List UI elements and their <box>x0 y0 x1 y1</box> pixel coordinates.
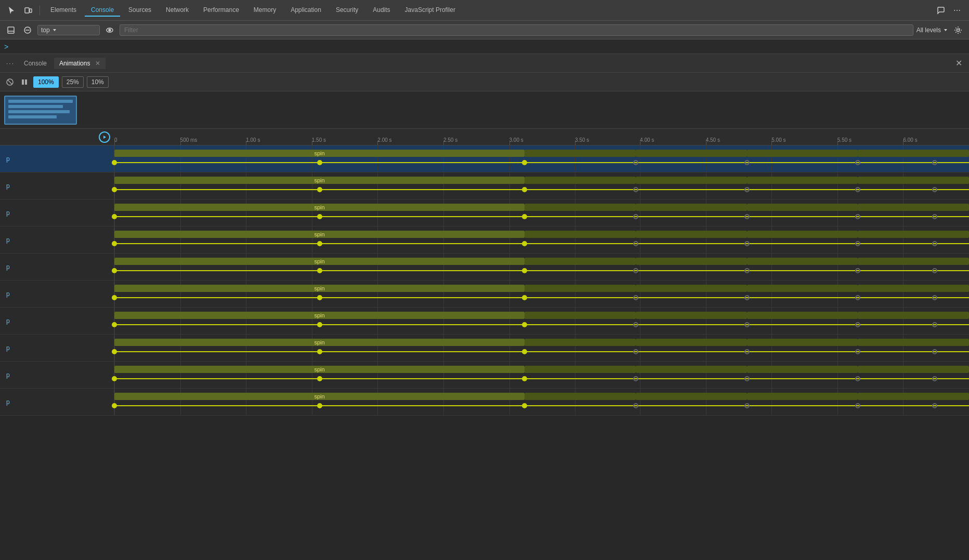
pause-animation-button[interactable] <box>19 76 30 88</box>
animation-bar-repeat <box>858 366 969 373</box>
table-row[interactable]: pspin <box>0 145 969 172</box>
tab-network[interactable]: Network <box>160 4 195 17</box>
svg-rect-2 <box>8 27 14 33</box>
table-row[interactable]: pspin <box>0 226 969 254</box>
table-row[interactable]: pspin <box>0 362 969 389</box>
clear-console-icon[interactable] <box>21 23 34 37</box>
speed-25-button[interactable]: 25% <box>62 76 84 88</box>
context-selector[interactable]: top <box>37 25 100 35</box>
tab-security[interactable]: Security <box>330 4 364 17</box>
tick-label: 2.50 s <box>443 137 457 143</box>
animation-bar-repeat <box>747 177 858 184</box>
filter-input[interactable] <box>120 24 913 36</box>
animation-keyframe-dot <box>633 295 638 300</box>
animation-name-label: spin <box>314 393 324 399</box>
animation-keyframe-dot <box>932 214 937 219</box>
cursor-icon[interactable] <box>4 3 19 18</box>
table-row[interactable]: pspin <box>0 199 969 226</box>
animation-keyframe-dot <box>522 160 527 165</box>
animation-keyframe-dot <box>855 349 860 354</box>
tab-performance[interactable]: Performance <box>197 4 245 17</box>
animation-keyframe-dot <box>112 403 117 408</box>
animation-keyframe-dot <box>112 322 117 327</box>
svg-rect-1 <box>30 9 32 12</box>
tab-memory[interactable]: Memory <box>247 4 282 17</box>
tab-elements[interactable]: Elements <box>44 4 83 17</box>
animation-name-label: spin <box>314 366 324 372</box>
animation-bar-repeat <box>747 339 858 346</box>
animation-name-label: spin <box>314 285 324 291</box>
tick-line <box>377 141 378 145</box>
animation-keyframe-dot <box>744 295 750 300</box>
animation-bar-repeat <box>636 231 747 238</box>
tab-sources[interactable]: Sources <box>122 4 158 17</box>
tab-audits[interactable]: Audits <box>366 4 396 17</box>
row-label: p <box>0 335 114 361</box>
table-row[interactable]: pspin <box>0 281 969 308</box>
animation-bar-repeat <box>636 393 747 400</box>
animation-bar-repeat <box>747 258 858 265</box>
animation-keyframe-dot <box>317 295 322 300</box>
animation-line <box>114 189 969 190</box>
tab-js-profiler[interactable]: JavaScript Profiler <box>399 4 462 17</box>
more-options-icon[interactable]: ⋯ <box>950 3 965 18</box>
more-panels-button[interactable]: ··· <box>4 57 17 70</box>
ruler-ticks: 0500 ms1.00 s1.50 s2.00 s2.50 s3.00 s3.5… <box>114 129 969 145</box>
table-row[interactable]: pspin <box>0 172 969 199</box>
animation-keyframe-dot <box>522 403 527 408</box>
preview-line-4 <box>8 115 57 118</box>
eye-icon[interactable] <box>103 23 116 37</box>
console-prompt: > <box>0 39 969 54</box>
tick-label: 5.50 s <box>837 137 852 143</box>
animation-bar-repeat <box>858 150 969 157</box>
animation-keyframe-dot <box>522 241 527 246</box>
animation-keyframe-dot <box>317 214 322 219</box>
row-track: spin <box>114 145 969 172</box>
animation-bar-repeat <box>525 366 636 373</box>
animation-keyframe-dot <box>932 322 937 327</box>
animation-keyframe-dot <box>317 268 322 273</box>
animation-bar-repeat <box>858 285 969 292</box>
row-track: spin <box>114 254 969 280</box>
block-animation-button[interactable] <box>4 76 16 88</box>
tab-console[interactable]: Console <box>85 4 120 17</box>
table-row[interactable]: pspin <box>0 389 969 416</box>
animation-keyframe-dot <box>633 376 638 381</box>
animation-keyframe-dot <box>317 187 322 192</box>
svg-point-7 <box>109 29 111 31</box>
ruler-left <box>0 129 114 145</box>
console-toolbar: top All levels <box>0 21 969 39</box>
animation-keyframe-dot <box>112 295 117 300</box>
levels-chevron-icon <box>943 28 948 33</box>
tick-line <box>246 141 246 145</box>
levels-button[interactable]: All levels <box>916 26 948 34</box>
table-row[interactable]: pspin <box>0 308 969 335</box>
table-row[interactable]: pspin <box>0 254 969 281</box>
device-icon[interactable] <box>21 3 35 18</box>
tab-console-panel[interactable]: Console <box>19 58 52 69</box>
animation-keyframe-dot <box>633 187 638 192</box>
close-panel-button[interactable]: ✕ <box>952 57 965 70</box>
animation-bar: spin <box>114 150 525 157</box>
play-button[interactable] <box>99 131 110 143</box>
timeline-container: 0500 ms1.00 s1.50 s2.00 s2.50 s3.00 s3.5… <box>0 129 969 416</box>
feedback-icon[interactable] <box>934 3 948 18</box>
tick-label: 6.00 s <box>903 137 917 143</box>
tick-line <box>443 141 444 145</box>
speed-10-button[interactable]: 10% <box>87 76 109 88</box>
speed-100-button[interactable]: 100% <box>33 76 59 88</box>
animation-bar-repeat <box>747 312 858 319</box>
row-track: spin <box>114 335 969 361</box>
row-track: spin <box>114 281 969 307</box>
animation-keyframe-dot <box>744 322 750 327</box>
tab-application[interactable]: Application <box>284 4 328 17</box>
tab-animations-panel[interactable]: Animations ✕ <box>54 58 106 69</box>
show-drawer-icon[interactable] <box>4 23 18 37</box>
close-animations-tab[interactable]: ✕ <box>95 60 100 67</box>
tick-label: 1.50 s <box>312 137 326 143</box>
tick-line <box>114 141 115 145</box>
settings-icon[interactable] <box>951 23 965 37</box>
tick-line <box>180 141 181 145</box>
animation-keyframe-dot <box>112 268 117 273</box>
table-row[interactable]: pspin <box>0 335 969 362</box>
